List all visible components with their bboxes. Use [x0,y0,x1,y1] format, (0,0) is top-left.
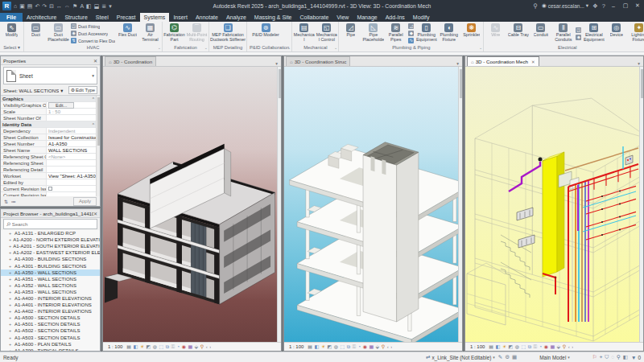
tab-list-chevron-icon[interactable]: ▾ [274,61,279,66]
scroll-right-icon[interactable]: › [209,344,211,349]
tree-item-a1-a503[interactable]: +A1-A503 - SECTION DETAILS [1,335,100,341]
visual-style-icon[interactable]: ◧ [134,344,138,349]
scroll-right-icon[interactable]: › [572,344,573,349]
editing-requests-icon[interactable]: ✎ [498,354,502,360]
shadows-icon[interactable]: ◩ [147,344,151,349]
fabrication-part-button[interactable]: ⌬Fabrication Part [163,23,185,44]
help-icon[interactable]: ? [602,2,605,10]
restore-button[interactable]: ▢ [621,2,630,9]
reveal-constraints-icon[interactable]: ⚲ [382,344,385,349]
modify-button[interactable]: ⇖Modify [1,23,23,44]
lighting-fixture-button[interactable]: ✦Lighting Fixture [628,23,644,44]
ribbon-tab-collaborate[interactable]: Collaborate [296,13,333,22]
select-underlay-icon[interactable]: ◌ [611,354,614,360]
sun-path-icon[interactable]: ☀ [140,344,144,349]
lock-3d-icon[interactable]: ⚿ [171,344,175,349]
minimize-button[interactable]: – [609,3,617,9]
expand-icon[interactable]: + [9,277,13,282]
vertical-scrollbar[interactable] [639,67,643,342]
tree-item-a1-a501[interactable]: +A1-A501 - SECTION DETAILS [1,321,100,327]
photo-render-icon[interactable]: ◍ [334,344,338,349]
search-icon[interactable]: ⚲ [533,2,538,10]
show-crop-icon[interactable]: ⧉ [347,344,350,349]
view-tab-3d-coordination-mech[interactable]: ⌂ 3D - Coordination Mech ✕ [467,56,539,66]
photo-render-icon[interactable]: ◍ [153,344,157,349]
temporary-view-icon[interactable]: ▦ [550,344,555,349]
pipe-button[interactable]: ◿Pipe [340,23,361,44]
panel-label-select[interactable]: Select ▾ [0,44,23,51]
expand-icon[interactable]: + [9,244,11,249]
tree-item-a1-a351[interactable]: +A1-A351 - WALL SECTIONS [1,276,100,282]
ribbon-tab-steel[interactable]: Steel [92,13,113,22]
ribbon-tab-manage[interactable]: Manage [353,13,381,22]
ribbon-tab-annotate[interactable]: Annotate [192,13,222,22]
search-input[interactable] [12,221,94,227]
dialog-launcher-icon[interactable]: ⌄ [204,44,208,51]
dialog-launcher-icon[interactable]: ⌄ [287,44,291,51]
tree-item-a1-a500[interactable]: +A1-A500 - SECTION DETAILS [1,315,100,321]
property-value[interactable]: Edit... [47,102,100,109]
conduit-button[interactable]: ▭Conduit [530,23,551,44]
instance-selector[interactable]: Sheet: WALL SECTIONS [3,88,59,93]
tree-item-a1-a200[interactable]: +A1-A200 - NORTH EXTERIOR ELEVATION [1,237,100,243]
duct-button[interactable]: ▭Duct [25,23,47,44]
ribbon-tab-modify[interactable]: Modify [409,13,434,22]
ribbon-tab-architecture[interactable]: Architecture [23,13,60,22]
temporary-view-icon[interactable]: ▦ [369,344,374,349]
plumbing-fixture-button[interactable]: ◖Plumbing Fixture [438,23,460,44]
status-grid-icon[interactable]: ▦ [512,354,517,360]
duct-fitting-button[interactable]: ◳Duct Fitting [71,23,115,30]
scroll-left-icon[interactable]: ‹ [568,344,570,349]
shadows-icon[interactable]: ◩ [328,344,332,349]
expand-icon[interactable]: + [9,264,13,269]
tree-item-a1-a353[interactable]: +A1-A353 - WALL SECTIONS [1,289,100,295]
exclude-options-icon[interactable]: ⚐ [592,354,597,360]
tree-item-a1-a402[interactable]: +A1-A402 - INTERIOR ELEVATIONS [1,308,100,315]
expand-icon[interactable]: + [9,270,13,275]
mechanical-equipment-button[interactable]: ▤Mechanical Equipment [293,23,315,44]
pipe-placeholder-button[interactable]: ◺Pipe Placeholder [362,23,384,44]
conduit-fitting-icon-button[interactable]: ◈ [576,34,581,40]
duct-accessory-button[interactable]: ◈Duct Accessory [71,31,115,37]
expand-icon[interactable]: + [9,283,13,288]
expand-icon[interactable]: + [9,296,13,301]
expand-icon[interactable]: + [9,335,13,340]
tree-item-a1-a400[interactable]: +A1-A400 - INTERIOR ELEVATIONS [1,295,100,302]
reveal-hidden-icon[interactable]: ◉ [182,344,186,349]
vertical-scrollbar[interactable] [458,67,462,342]
select-links-icon[interactable]: ⛉ [605,354,609,360]
photo-render-icon[interactable]: ◍ [515,344,519,349]
reveal-hidden-icon[interactable]: ◉ [363,344,367,349]
expand-icon[interactable]: + [9,250,11,255]
temporary-hide-icon[interactable]: ◔ [539,344,543,349]
expand-icon[interactable]: + [9,231,13,236]
visual-style-icon[interactable]: ◧ [315,344,320,349]
temporary-hide-icon[interactable]: ◔ [358,344,361,349]
mechanical-control-device-button[interactable]: ◱Mechanical Control Device [316,23,337,44]
dialog-launcher-icon[interactable]: ⌄ [334,44,337,51]
device-button[interactable]: ◎Device [605,23,627,44]
property-value[interactable]: 1 : 50 [47,109,100,115]
store-icon[interactable]: ❖ [592,2,598,10]
pipe-accessory-icon-button[interactable]: ◆ [408,31,414,37]
ribbon-tab-analyze[interactable]: Analyze [222,13,250,22]
expand-icon[interactable]: + [9,237,11,242]
parallel-conduits-button[interactable]: ⫴Parallel Conduits [552,23,574,44]
sprinkler-button[interactable]: ❋Sprinkler [460,23,482,44]
crop-view-icon[interactable]: ⬚ [159,344,164,349]
close-tab-icon[interactable]: ✕ [531,60,535,64]
tree-item-a1-a300[interactable]: +A1-A300 - BUILDING SECTIONS [1,256,100,262]
property-filter-icon[interactable]: ≔ [11,199,16,204]
tree-item-a1-a600[interactable]: +A1-A600 - PLAN DETAILS [1,341,100,348]
tree-item-a1-a131[interactable]: +A1-A131 - ENLARGED RCP [1,230,100,237]
open-icon[interactable]: ▣ [19,3,25,9]
tree-item-a1-a202[interactable]: +A1-A202 - EAST/WEST EXTERIOR ELEVAT [1,249,100,256]
close-button[interactable]: ✕ [634,2,642,9]
scroll-left-icon[interactable]: ‹ [387,344,389,349]
edit-graphics-button[interactable]: Edit... [48,102,74,109]
visual-style-icon[interactable]: ◧ [496,344,501,349]
sun-path-icon[interactable]: ☀ [502,344,506,349]
expand-icon[interactable]: + [9,328,13,333]
mep-fabrication-ductwork-stiffener-button[interactable]: ❏MEP Fabrication Ductwork Stiffener [210,23,246,44]
property-value[interactable]: <None> [47,154,100,160]
